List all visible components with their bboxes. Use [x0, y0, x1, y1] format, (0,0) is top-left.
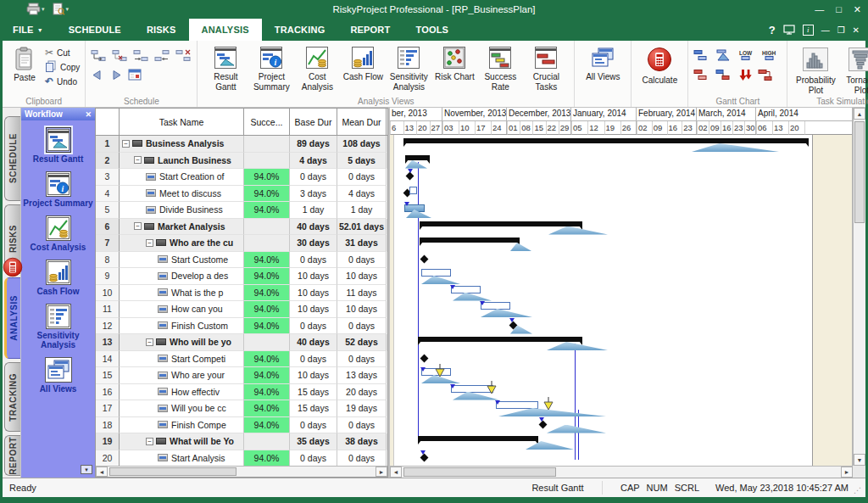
- maximize-button[interactable]: □: [836, 4, 842, 14]
- baseline-bars-button[interactable]: [693, 69, 710, 83]
- scroll-right-button[interactable]: ►: [841, 467, 853, 478]
- column-header-base-dur[interactable]: Base Dur: [290, 109, 337, 135]
- workflow-more-button[interactable]: ▾: [81, 465, 92, 474]
- calculate-badge-icon[interactable]: [3, 257, 23, 279]
- scroll-right-button[interactable]: ►: [376, 467, 387, 477]
- table-row[interactable]: 19−What will be Yo35 days38 days: [96, 433, 387, 450]
- gantt-milestone-diamond[interactable]: [420, 254, 429, 263]
- success-rate-button[interactable]: Success Rate: [477, 44, 523, 92]
- task-name-cell[interactable]: How effectiv: [120, 384, 244, 401]
- table-row[interactable]: 12Finish Custom94.0%0 days0 days: [96, 318, 387, 335]
- menu-tab-analysis[interactable]: ANALYSIS: [189, 19, 262, 41]
- low-results-button[interactable]: LOW: [737, 49, 756, 64]
- task-name-cell[interactable]: Start Creation of: [120, 169, 244, 186]
- table-row[interactable]: 8Start Custome94.0%0 days0 days: [96, 252, 387, 269]
- forward-arrow-button[interactable]: [109, 70, 123, 82]
- task-name-cell[interactable]: Who are your: [120, 367, 244, 384]
- collapse-icon[interactable]: −: [146, 239, 153, 247]
- calculate-button[interactable]: Calculate: [637, 44, 682, 86]
- cost-analysis-button[interactable]: Cost Analysis: [294, 44, 340, 92]
- task-name-cell[interactable]: −Who are the cu: [120, 235, 244, 252]
- workflow-item-result-gantt[interactable]: Result Gantt: [23, 127, 94, 164]
- delete-link-button[interactable]: [175, 49, 192, 64]
- back-arrow-button[interactable]: [91, 70, 104, 82]
- table-row[interactable]: 11How can you94.0%10 days10 days: [96, 301, 387, 318]
- probability-plot-button[interactable]: Probability Plot: [793, 44, 838, 95]
- tornado-plot-button[interactable]: Tornado Plot: [838, 44, 868, 95]
- workflow-item-all-views[interactable]: All Views: [23, 357, 94, 394]
- table-row[interactable]: 4Meet to discuss94.0%3 days4 days: [96, 186, 387, 203]
- gantt-milestone-diamond[interactable]: [420, 354, 429, 362]
- task-name-cell[interactable]: Finish Compe: [120, 417, 244, 434]
- table-row[interactable]: 1−Business Analysis89 days108 days: [96, 136, 387, 153]
- monitor-icon[interactable]: [783, 25, 795, 35]
- workflow-item-project-summary[interactable]: iProject Summary: [23, 171, 94, 208]
- help-icon[interactable]: ?: [769, 24, 776, 36]
- gantt-summary-bar[interactable]: [420, 238, 520, 243]
- child-restore-icon[interactable]: ❐: [837, 25, 845, 35]
- scroll-thumb[interactable]: [403, 467, 556, 477]
- cash-flow-button[interactable]: Cash Flow: [340, 44, 386, 82]
- gantt-task-bar-outline[interactable]: [496, 401, 538, 409]
- gantt-summary-bar[interactable]: [420, 221, 582, 226]
- workflow-item-cost-analysis[interactable]: Cost Analysis: [23, 215, 94, 252]
- view-tab-report[interactable]: REPORT: [4, 435, 20, 476]
- column-header-succe-[interactable]: Succe...: [244, 109, 290, 135]
- gantt-task-bar-outline[interactable]: [481, 302, 510, 310]
- table-row[interactable]: 20Start Analysis94.0%0 days0 days: [96, 450, 387, 467]
- outdent-task-button[interactable]: [154, 49, 170, 64]
- task-name-cell[interactable]: How can you: [120, 301, 244, 318]
- table-row[interactable]: 16How effectiv94.0%15 days20 days: [96, 384, 387, 401]
- info-icon[interactable]: i: [803, 25, 814, 36]
- task-name-cell[interactable]: Start Custome: [120, 252, 244, 269]
- task-name-cell[interactable]: Will you be cc: [120, 400, 244, 417]
- table-row[interactable]: 18Finish Compe94.0%0 days0 days: [96, 417, 387, 434]
- result-gantt-button[interactable]: Result Gantt: [203, 44, 248, 92]
- scroll-track[interactable]: [236, 467, 376, 477]
- actual-bars-button[interactable]: [715, 69, 732, 83]
- scroll-track[interactable]: [556, 467, 841, 478]
- menu-tab-file[interactable]: FILE▼: [0, 19, 56, 41]
- minimize-button[interactable]: —: [815, 4, 824, 14]
- gantt-task-bar-outline[interactable]: [409, 187, 417, 194]
- high-results-button[interactable]: HIGH: [761, 49, 782, 64]
- menu-tab-tracking[interactable]: TRACKING: [262, 19, 338, 41]
- task-name-cell[interactable]: −Business Analysis: [120, 136, 244, 153]
- column-header-row-number[interactable]: [96, 109, 120, 135]
- current-schedule-button[interactable]: [693, 49, 710, 64]
- crucial-tasks-button[interactable]: Crucial Tasks: [523, 44, 569, 92]
- scroll-left-button[interactable]: ◄: [390, 467, 402, 478]
- child-minimize-icon[interactable]: —: [821, 25, 830, 35]
- menu-tab-report[interactable]: REPORT: [337, 19, 403, 41]
- task-name-cell[interactable]: Start Analysis: [120, 450, 244, 467]
- view-tab-schedule[interactable]: SCHEDULE: [4, 116, 20, 201]
- menu-tab-schedule[interactable]: SCHEDULE: [56, 19, 134, 41]
- collapse-icon[interactable]: −: [134, 222, 142, 230]
- risk-indicator-icon[interactable]: [487, 381, 497, 396]
- collapse-icon[interactable]: −: [134, 156, 142, 164]
- menu-tab-tools[interactable]: TOOLS: [403, 19, 461, 41]
- task-information-button[interactable]: [128, 69, 142, 82]
- gantt-vertical-scrollbar[interactable]: ▲▼: [853, 108, 865, 466]
- table-row[interactable]: 10What is the p94.0%10 days11 days: [96, 285, 387, 302]
- child-close-icon[interactable]: ✕: [853, 25, 860, 35]
- undo-button[interactable]: ↶Undo: [45, 75, 80, 88]
- copy-button[interactable]: Copy: [45, 60, 80, 74]
- table-row[interactable]: 15Who are your94.0%10 days13 days: [96, 367, 387, 384]
- task-name-cell[interactable]: Meet to discuss: [120, 186, 244, 203]
- collapse-icon[interactable]: −: [146, 338, 153, 346]
- scroll-left-button[interactable]: ◄: [96, 467, 108, 477]
- task-name-cell[interactable]: Divide Business: [120, 202, 244, 219]
- task-name-cell[interactable]: −What will be Yo: [120, 433, 244, 450]
- gantt-task-bar-outline[interactable]: [421, 269, 451, 277]
- gantt-summary-bar[interactable]: [403, 138, 809, 143]
- indent-task-button[interactable]: [133, 49, 149, 64]
- table-row[interactable]: 5Divide Business94.0%1 day1 day: [96, 202, 387, 219]
- gantt-task-bar-outline[interactable]: [451, 286, 481, 293]
- gantt-summary-bar[interactable]: [418, 436, 538, 441]
- project-summary-button[interactable]: iProject Summary: [248, 44, 294, 92]
- workflow-item-cash-flow[interactable]: Cash Flow: [23, 260, 94, 296]
- results-triangle-button[interactable]: [715, 49, 732, 64]
- task-name-cell[interactable]: −Market Analysis: [120, 219, 244, 236]
- task-name-cell[interactable]: Start Competi: [120, 351, 244, 368]
